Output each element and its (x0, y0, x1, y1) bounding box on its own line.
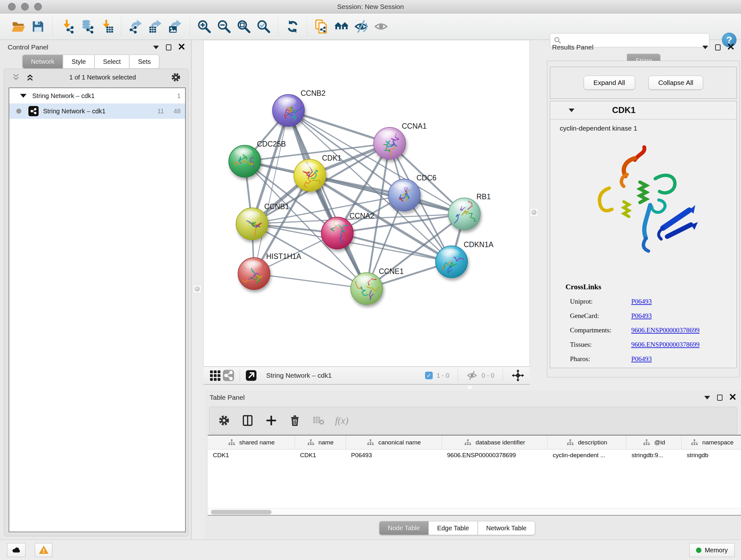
expand-all-icon[interactable] (25, 72, 35, 82)
network-tree-row[interactable]: String Network – cdk11148 (9, 104, 185, 119)
float-panel-icon[interactable] (166, 44, 172, 51)
export-network-button[interactable] (126, 16, 145, 37)
import-table-file-button[interactable] (97, 16, 117, 37)
tab-network-table[interactable]: Network Table (478, 521, 535, 535)
network-edge[interactable] (254, 273, 367, 289)
network-node[interactable] (273, 95, 305, 126)
close-panel-icon[interactable] (728, 44, 734, 51)
close-panel-icon[interactable] (179, 44, 185, 51)
network-node[interactable] (236, 208, 268, 240)
export-image-button[interactable] (165, 16, 185, 37)
column-header-@id[interactable]: @id (626, 435, 682, 449)
tab-network[interactable]: Network (22, 55, 63, 69)
delete-column-trash-icon[interactable] (288, 414, 302, 428)
network-node[interactable] (229, 145, 261, 177)
network-node[interactable] (448, 198, 480, 230)
table-cell[interactable]: CDK1 (208, 452, 295, 459)
table-cell[interactable]: stringdb (682, 452, 741, 459)
network-tree-row[interactable]: String Network – cdk11 (9, 88, 185, 104)
column-header-name[interactable]: name (295, 435, 346, 449)
table-cell[interactable]: 9606.ENSP00000378699 (442, 452, 548, 459)
open-in-new-window-icon[interactable] (245, 369, 258, 382)
selected-count-checkbox[interactable]: ✓ (425, 372, 433, 379)
close-window-button[interactable] (8, 3, 16, 10)
float-panel-icon[interactable] (717, 395, 723, 401)
column-header-database-identifier[interactable]: database identifier (442, 435, 548, 449)
network-node[interactable] (388, 179, 420, 211)
network-node[interactable] (238, 258, 270, 290)
network-canvas[interactable]: CCNB2CCNA1CDC25BCDK1CDC6RB1CCNB1CCNA2CDK… (203, 40, 530, 367)
scrollbar-thumb[interactable] (211, 510, 272, 514)
tab-style[interactable]: Style (63, 55, 94, 69)
float-panel-icon[interactable] (715, 44, 721, 51)
column-header-canonical-name[interactable]: canonical name (346, 435, 442, 449)
result-entry-header[interactable]: CDK1 (550, 101, 737, 119)
crosslink-link[interactable]: 9606.ENSP00000378699 (631, 341, 699, 349)
collapse-panel-icon[interactable] (704, 396, 710, 399)
add-column-icon[interactable] (264, 414, 278, 428)
table-cell[interactable]: stringdb:9... (626, 452, 682, 459)
crosslink-link[interactable]: P06493 (631, 312, 652, 320)
warnings-button[interactable] (35, 543, 52, 557)
cloud-status-button[interactable] (7, 543, 25, 557)
minimize-window-button[interactable] (21, 3, 29, 10)
entry-expander-icon[interactable] (569, 109, 575, 112)
collapse-panel-icon[interactable] (153, 46, 159, 49)
hide-selected-button[interactable] (351, 16, 371, 37)
show-all-button[interactable] (371, 16, 391, 37)
zoom-selected-button[interactable] (254, 16, 273, 37)
table-cell[interactable]: cyclin-dependent ... (548, 452, 626, 459)
first-neighbors-button[interactable] (312, 16, 332, 37)
network-selection-status: 1 of 1 Network selected (35, 74, 171, 81)
expander-icon[interactable] (20, 94, 26, 98)
show-home-views-button[interactable] (332, 16, 351, 37)
tab-edge-table[interactable]: Edge Table (428, 521, 478, 535)
collapse-all-icon[interactable] (11, 72, 21, 82)
expand-all-button[interactable]: Expand All (584, 76, 635, 90)
horizontal-splitter-handle[interactable] (467, 385, 473, 389)
save-session-button[interactable] (28, 16, 48, 37)
crosslink-link[interactable]: P06493 (631, 298, 652, 306)
column-header-namespace[interactable]: namespace (682, 435, 741, 449)
network-node[interactable] (435, 246, 468, 278)
close-panel-icon[interactable] (730, 394, 736, 401)
tab-sets[interactable]: Sets (129, 55, 159, 69)
import-network-database-button[interactable] (77, 16, 97, 37)
crosslink-link[interactable]: P06493 (631, 355, 652, 363)
column-header-shared-name[interactable]: shared name (208, 435, 295, 449)
network-node[interactable] (321, 217, 353, 249)
table-options-gear-icon[interactable] (217, 414, 231, 428)
open-session-button[interactable] (8, 16, 28, 37)
table-horizontal-scrollbar[interactable] (208, 508, 741, 516)
zoom-window-button[interactable] (34, 3, 42, 10)
tab-node-table[interactable]: Node Table (379, 521, 428, 535)
show-columns-icon[interactable] (241, 414, 255, 428)
table-cell[interactable]: CDK1 (295, 452, 346, 459)
birdseye-grid-icon[interactable] (208, 369, 222, 382)
entry-gene-name: CDK1 (612, 105, 636, 115)
table-cell[interactable]: P06493 (346, 452, 442, 459)
network-node[interactable] (294, 159, 326, 191)
zoom-out-button[interactable] (214, 16, 234, 37)
collapse-panel-icon[interactable] (702, 46, 708, 49)
network-node[interactable] (351, 273, 383, 305)
network-options-gear-icon[interactable] (171, 72, 181, 83)
left-splitter-handle[interactable] (193, 285, 201, 293)
table-row[interactable]: CDK1CDK1P064939606.ENSP00000378699cyclin… (208, 449, 741, 461)
collapse-all-button[interactable]: Collapse All (649, 76, 703, 90)
zoom-in-button[interactable] (194, 16, 214, 37)
string-share-icon[interactable] (222, 369, 235, 382)
network-node[interactable] (374, 127, 406, 161)
network-name: String Network – cdk1 (32, 92, 95, 100)
crosslink-link[interactable]: 9606.ENSP00000378699 (631, 326, 699, 334)
right-splitter-handle[interactable] (530, 208, 538, 216)
network-edge[interactable] (288, 111, 367, 289)
tab-select[interactable]: Select (94, 55, 130, 69)
column-header-description[interactable]: description (548, 435, 626, 449)
zoom-fit-button[interactable] (234, 16, 254, 37)
refresh-layout-button[interactable] (283, 16, 302, 37)
export-table-button[interactable] (145, 16, 165, 37)
memory-button[interactable]: Memory (689, 543, 735, 557)
move-crosshair-icon[interactable] (511, 369, 525, 382)
import-network-file-button[interactable] (57, 16, 77, 37)
